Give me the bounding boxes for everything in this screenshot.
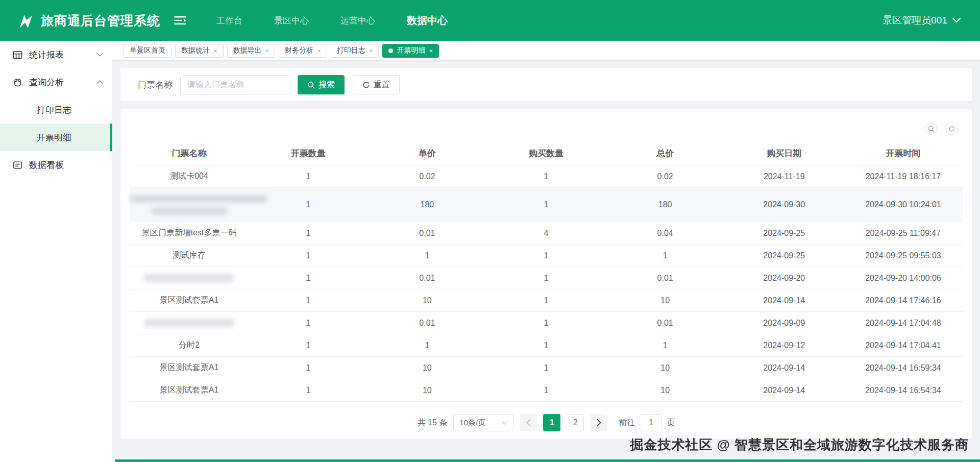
table-cell: 0.01 — [606, 312, 725, 334]
tab-print-log[interactable]: 打印日志 × — [331, 44, 379, 58]
table-cell: 1 — [486, 245, 605, 267]
user-menu[interactable]: 景区管理员001 — [883, 14, 961, 27]
sidebar-item-label: 查询分析 — [29, 77, 64, 88]
tab-label: 数据统计 — [181, 46, 210, 55]
nav-item-operation-center[interactable]: 运营中心 — [340, 15, 375, 27]
dashboard-icon — [12, 160, 22, 170]
search-button[interactable]: 搜索 — [298, 75, 345, 94]
table-row: 10.0110.012024-09-092024-09-14 17:04:48 — [130, 312, 963, 334]
table-cell: 2024-09-09 — [725, 312, 844, 334]
column-header: 总价 — [606, 142, 725, 165]
next-page-button[interactable] — [590, 414, 607, 431]
report-grid-icon — [12, 50, 22, 60]
tab-label: 打印日志 — [337, 46, 365, 55]
table-cell: 2024-09-14 — [725, 289, 844, 312]
active-tab-dot — [388, 48, 393, 53]
nav-item-scenic-center[interactable]: 景区中心 — [274, 15, 309, 27]
table-row: 分时211112024-09-122024-09-14 17:04:41 — [130, 334, 963, 357]
ticket-name-cell: 景区测试套票A1 — [130, 379, 249, 402]
tab-close-icon[interactable]: × — [317, 47, 321, 54]
table-zoom-button[interactable] — [925, 123, 937, 135]
table-cell: 1 — [249, 312, 368, 334]
prev-page-button[interactable] — [520, 414, 537, 431]
page-size-value: 10条/页 — [459, 418, 485, 428]
table-cell: 10 — [368, 357, 486, 379]
table-cell: 1 — [486, 165, 605, 188]
tab-invoice-detail[interactable]: 开票明细 × — [382, 44, 439, 58]
ticket-name-cell — [130, 267, 249, 289]
table-cell: 1 — [486, 188, 605, 222]
tab-data-export[interactable]: 数据导出 × — [227, 44, 276, 58]
invoice-table-panel: 门票名称 开票数量 单价 购买数量 总价 购买日期 开票时间 测试卡00410.… — [120, 109, 972, 439]
ticket-name-cell: 景区测试套票A1 — [130, 357, 249, 379]
tab-close-icon[interactable]: × — [429, 47, 433, 54]
tab-close-icon[interactable]: × — [265, 47, 270, 54]
table-cell: 1 — [486, 312, 605, 334]
ticket-name-input[interactable] — [180, 75, 290, 94]
table-cell: 2024-09-20 14:00:06 — [844, 267, 963, 289]
table-cell: 2024-11-19 18:16:17 — [844, 165, 963, 188]
table-cell: 0.01 — [368, 222, 486, 245]
table-cell: 1 — [249, 334, 368, 357]
nav-item-workbench[interactable]: 工作台 — [216, 15, 242, 27]
watermark-text: 掘金技术社区 @ 智慧景区和全域旅游数字化技术服务商 — [630, 436, 969, 454]
content-area: 门票名称 搜索 重置 — [112, 60, 980, 447]
ticket-name-cell: 测试库存 — [130, 245, 249, 267]
table-cell: 2024-09-30 10:24:01 — [844, 188, 963, 222]
column-header: 购买数量 — [486, 142, 605, 165]
redacted-text — [130, 195, 267, 203]
table-cell: 1 — [368, 245, 486, 267]
sidebar-item-invoice-detail[interactable]: 开票明细 — [0, 124, 112, 151]
table-cell: 0.01 — [606, 267, 725, 289]
tab-data-statistics[interactable]: 数据统计 × — [175, 44, 224, 58]
column-header: 开票时间 — [844, 142, 963, 165]
sidebar-item-data-board[interactable]: 数据看板 — [0, 151, 112, 179]
search-button-label: 搜索 — [318, 80, 335, 90]
column-header: 购买日期 — [725, 142, 844, 165]
chevron-down-icon — [952, 18, 961, 23]
page-size-select[interactable]: 10条/页 — [453, 414, 513, 431]
goto-prefix-label: 前往 — [619, 418, 635, 428]
sidebar-item-statistics-report[interactable]: 统计报表 — [0, 41, 112, 68]
tab-close-icon[interactable]: × — [213, 47, 217, 54]
tab-label: 开票明细 — [397, 46, 425, 55]
invoice-table: 门票名称 开票数量 单价 购买数量 总价 购买日期 开票时间 测试卡00410.… — [130, 142, 963, 402]
table-cell: 10 — [606, 289, 725, 312]
table-cell: 2024-09-30 — [725, 188, 844, 222]
sidebar-item-print-log[interactable]: 打印日志 — [0, 96, 112, 124]
menu-collapse-icon[interactable] — [174, 15, 187, 26]
redacted-text — [144, 319, 234, 327]
table-cell: 0.01 — [368, 312, 486, 334]
table-row: 测试库存11112024-09-252024-09-25 09:55:03 — [130, 245, 963, 267]
table-cell: 1 — [606, 334, 725, 357]
reset-button[interactable]: 重置 — [353, 75, 400, 94]
redacted-text — [151, 207, 228, 215]
table-cell: 2024-09-14 17:04:48 — [844, 312, 963, 334]
chevron-up-icon — [96, 80, 103, 84]
table-cell: 0.02 — [368, 165, 486, 188]
table-refresh-button[interactable] — [945, 123, 958, 135]
nav-item-data-center[interactable]: 数据中心 — [407, 14, 448, 28]
sidebar: 统计报表 查询分析 打印日志 开票明细 数据看板 — [0, 41, 112, 462]
page-button-2[interactable]: 2 — [567, 414, 584, 431]
table-cell: 2024-09-12 — [725, 334, 844, 357]
main-area: 单景区首页 数据统计 × 数据导出 × 财务分析 × 打印日志 × 开票明细 ×… — [112, 41, 980, 462]
table-cell: 2024-11-19 — [725, 165, 844, 188]
goto-page-input[interactable] — [640, 414, 662, 431]
ticket-name-label: 门票名称 — [138, 79, 173, 91]
table-row: 10.0110.012024-09-202024-09-20 14:00:06 — [130, 267, 963, 289]
table-row: 118011802024-09-302024-09-30 10:24:01 — [130, 188, 963, 222]
sidebar-item-label: 数据看板 — [29, 159, 64, 171]
table-cell: 10 — [368, 289, 486, 312]
page-button-1[interactable]: 1 — [543, 414, 560, 431]
table-cell: 2024-09-25 11:09:47 — [844, 222, 963, 245]
table-cell: 10 — [606, 379, 725, 402]
table-cell: 1 — [249, 267, 368, 289]
sidebar-item-query-analysis[interactable]: 查询分析 — [0, 68, 112, 96]
app-header: 旅商通后台管理系统 工作台 景区中心 运营中心 数据中心 景区管理员001 — [0, 0, 980, 41]
tab-single-scenic-home[interactable]: 单景区首页 — [124, 44, 172, 58]
table-cell: 2024-09-14 16:59:34 — [844, 357, 963, 379]
tab-close-icon[interactable]: × — [369, 47, 373, 54]
tab-finance-analysis[interactable]: 财务分析 × — [279, 44, 327, 58]
table-cell: 1 — [249, 165, 368, 188]
